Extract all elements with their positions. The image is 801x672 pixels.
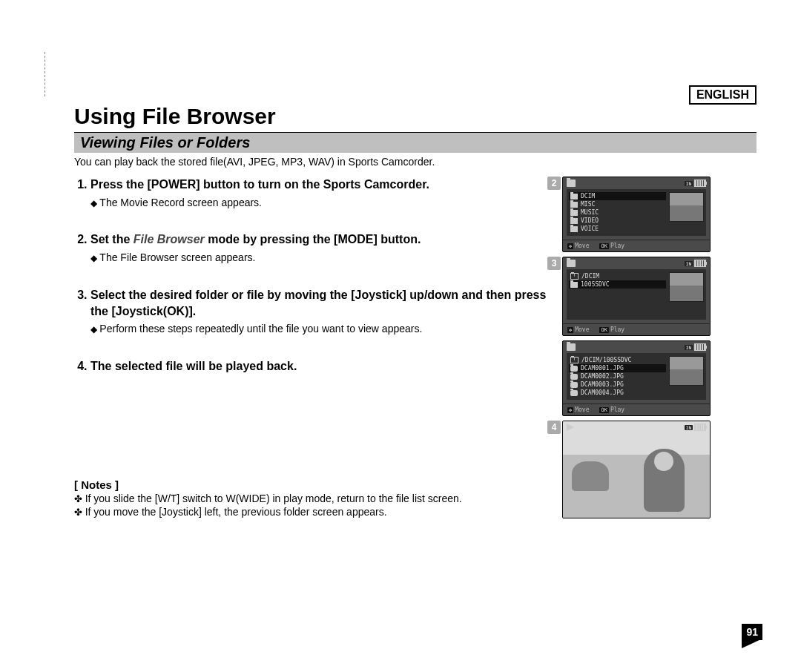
image-icon xyxy=(570,390,578,396)
list-item: 100SSDVC xyxy=(569,280,666,289)
thumbnail xyxy=(669,192,704,222)
image-icon xyxy=(570,382,578,388)
thumbnail xyxy=(669,272,704,302)
note-item: If you slide the [W/T] switch to W(WIDE)… xyxy=(74,493,549,504)
screenshot-number: 3 xyxy=(547,257,561,270)
folder-icon xyxy=(570,210,578,216)
list-item: DCAM0002.JPG xyxy=(569,372,666,381)
step-em: File Browser xyxy=(134,233,205,246)
section-heading-text: Viewing Files or Folders xyxy=(80,134,250,151)
page-title: Using File Browser xyxy=(74,104,756,129)
list-item: DCIM xyxy=(569,192,666,200)
battery-icon: IN xyxy=(685,343,706,351)
memory-label: IN xyxy=(685,181,693,186)
image-icon xyxy=(570,366,578,372)
path-label: /DCIM xyxy=(581,273,599,280)
up-icon xyxy=(570,357,578,363)
folder-icon xyxy=(570,202,578,208)
play-icon xyxy=(567,424,574,431)
file-name: DCAM0002.JPG xyxy=(581,373,624,380)
step-text: Select the desired folder or file by mov… xyxy=(90,289,546,317)
folder-icon xyxy=(570,194,578,200)
list-item: DCAM0001.JPG xyxy=(569,364,666,372)
language-badge: ENGLISH xyxy=(689,85,756,105)
memory-label: IN xyxy=(685,261,693,266)
folder-icon xyxy=(570,282,578,288)
list-item: VIDEO xyxy=(569,217,666,225)
folder-icon xyxy=(570,218,578,224)
step-text: The selected file will be played back. xyxy=(90,360,297,372)
hint-move: ✥Move xyxy=(567,243,589,249)
folder-name: VOICE xyxy=(581,225,599,232)
notes-heading: [ Notes ] xyxy=(74,478,549,491)
tree-shape xyxy=(572,461,609,491)
file-name: DCAM0004.JPG xyxy=(581,389,624,396)
up-folder: /DCIM/100SSDVC xyxy=(569,356,666,364)
list-item: DCAM0004.JPG xyxy=(569,389,666,397)
page-number-badge: 91 xyxy=(742,624,762,648)
step-1: Press the [POWER] button to turn on the … xyxy=(90,177,549,209)
file-name: DCAM0003.JPG xyxy=(581,381,624,388)
folder-icon xyxy=(567,179,576,187)
battery-icon: IN xyxy=(685,179,706,187)
memory-label: IN xyxy=(685,345,693,350)
notes-section: [ Notes ] If you slide the [W/T] switch … xyxy=(74,478,549,518)
screenshot-2: 2 IN DCIM MISC MUSIC VIDEO VOICE xyxy=(562,177,711,252)
screenshot-number: 4 xyxy=(547,421,561,434)
step-text: Set the xyxy=(90,233,134,246)
note-item: If you move the [Joystick] left, the pre… xyxy=(74,506,549,518)
list-item: VOICE xyxy=(569,225,666,233)
step-text: mode by pressing the [MODE] button. xyxy=(205,233,421,246)
margin-mark xyxy=(44,52,47,96)
steps-column: Press the [POWER] button to turn on the … xyxy=(74,177,549,519)
manual-page: ENGLISH Using File Browser Viewing Files… xyxy=(0,0,801,672)
folder-icon xyxy=(567,343,576,351)
up-folder: /DCIM xyxy=(569,272,666,280)
file-name: DCAM0001.JPG xyxy=(581,365,624,372)
screenshot-number: 2 xyxy=(547,177,561,190)
folder-name: VIDEO xyxy=(581,217,599,224)
battery-icon: IN xyxy=(685,424,706,431)
step-sub: The Movie Record screen appears. xyxy=(90,196,549,210)
hint-play: OKPlay xyxy=(599,406,624,413)
folder-name: DCIM xyxy=(581,193,595,200)
screenshots-column: 2 IN DCIM MISC MUSIC VIDEO VOICE xyxy=(562,177,711,519)
page-number-decoration xyxy=(742,639,761,648)
battery-icon: IN xyxy=(685,260,706,267)
hint-move: ✥Move xyxy=(567,406,589,413)
step-sub: The File Browser screen appears. xyxy=(90,251,549,265)
intro-text: You can play back the stored file(AVI, J… xyxy=(74,156,756,168)
screenshot-4: 4 IN xyxy=(562,421,711,518)
list-item: MISC xyxy=(569,200,666,208)
folder-icon xyxy=(567,260,576,267)
step-3: Select the desired folder or file by mov… xyxy=(90,287,549,336)
folder-icon xyxy=(570,226,578,232)
section-heading: Viewing Files or Folders xyxy=(74,132,756,153)
child-shape xyxy=(644,449,685,512)
step-text: Press the [POWER] button to turn on the … xyxy=(90,178,429,191)
up-icon xyxy=(570,273,578,280)
step-sub: Perform these steps repeatedly until the… xyxy=(90,322,549,336)
hint-play: OKPlay xyxy=(599,326,624,333)
step-2: Set the File Browser mode by pressing th… xyxy=(90,231,549,264)
folder-name: MISC xyxy=(581,201,595,208)
thumbnail xyxy=(669,356,704,386)
hint-play: OKPlay xyxy=(599,243,624,249)
folder-name: 100SSDVC xyxy=(581,281,610,288)
list-item: DCAM0003.JPG xyxy=(569,381,666,389)
page-number: 91 xyxy=(742,624,762,640)
screenshot-3b: IN /DCIM/100SSDVC DCAM0001.JPG DCAM0002.… xyxy=(562,340,711,416)
path-label: /DCIM/100SSDVC xyxy=(581,357,631,363)
screenshot-3: 3 IN /DCIM 100SSDVC ✥Move xyxy=(562,257,711,336)
step-4: The selected file will be played back. xyxy=(90,358,549,375)
folder-name: MUSIC xyxy=(581,209,599,216)
hint-move: ✥Move xyxy=(567,326,589,333)
list-item: MUSIC xyxy=(569,208,666,217)
memory-label: IN xyxy=(685,425,693,430)
playback-image xyxy=(563,421,710,518)
image-icon xyxy=(570,374,578,380)
